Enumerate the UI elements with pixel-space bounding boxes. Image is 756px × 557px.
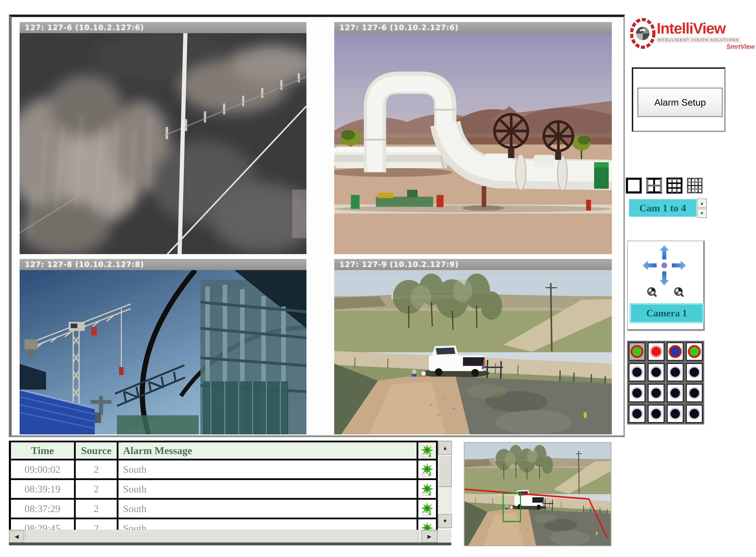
pan-right-icon	[672, 261, 686, 270]
scroll-up-icon[interactable]: ▲	[438, 441, 452, 455]
status-dot-icon	[631, 408, 643, 420]
scrollbar-corner	[438, 530, 451, 543]
table-vertical-scrollbar[interactable]: ▲ ▼	[438, 441, 451, 528]
status-cell[interactable]	[648, 342, 665, 361]
camera-group-selector[interactable]: Cam 1 to 4	[629, 199, 696, 216]
status-dot-icon	[650, 408, 662, 420]
status-cell[interactable]	[667, 384, 684, 403]
status-cell[interactable]	[686, 363, 703, 382]
status-cell[interactable]	[629, 405, 645, 423]
vertical-scroll-thumb[interactable]	[438, 456, 452, 487]
alarm-clip-icon[interactable]	[420, 463, 434, 476]
status-cell[interactable]	[686, 384, 703, 403]
status-dot-icon	[688, 408, 700, 420]
status-cell[interactable]	[667, 405, 684, 423]
scroll-left-icon[interactable]: ◀	[9, 530, 24, 543]
spinner-up-icon[interactable]: ▲	[697, 199, 707, 208]
status-dot-icon	[631, 366, 643, 378]
column-header-message[interactable]: Alarm Message	[118, 442, 418, 461]
ptz-panel: Camera 1	[627, 240, 705, 331]
brand-name: IntelliView	[657, 21, 755, 36]
table-bottom-border	[9, 543, 451, 545]
layout-selector	[626, 177, 723, 194]
scroll-down-icon[interactable]: ▼	[438, 514, 452, 528]
table-horizontal-scrollbar[interactable]: ◀ ▶	[9, 530, 438, 543]
camera-4-feed-image	[334, 270, 612, 434]
status-cell[interactable]	[686, 342, 703, 361]
camera-4-panel[interactable]: 127: 127-9 (10.10.2.127:9)	[334, 259, 612, 434]
camera-4-label: 127: 127-9 (10.10.2.127:9)	[334, 259, 612, 270]
status-cell[interactable]	[648, 384, 665, 403]
camera-2-panel[interactable]: 127: 127-6 (10.10.2.127:6)	[334, 22, 612, 254]
status-dot-icon	[650, 345, 663, 358]
status-cell[interactable]	[629, 342, 645, 361]
camera-3-panel[interactable]: 127: 127-8 (10.10.2.127:8)	[20, 259, 307, 434]
alarm-source: 2	[76, 461, 118, 480]
alarm-message: South	[118, 480, 418, 500]
table-row[interactable]: 08:29:45 2 South	[11, 519, 438, 530]
camera-3-label: 127: 127-8 (10.10.2.127:8)	[20, 259, 307, 270]
alarm-message: South	[118, 461, 418, 480]
pan-left-icon	[643, 261, 657, 270]
zoom-out-icon[interactable]	[645, 286, 658, 298]
column-header-time[interactable]: Time	[11, 442, 76, 461]
column-header-source[interactable]: Source	[76, 442, 118, 461]
alarm-time: 08:37:29	[11, 500, 76, 519]
alarm-clip-icon[interactable]	[420, 482, 434, 496]
alarm-time: 08:29:45	[11, 519, 76, 530]
alarm-clip-icon[interactable]	[420, 444, 434, 457]
alarm-source: 2	[76, 480, 118, 500]
horizontal-scroll-thumb[interactable]	[25, 530, 418, 543]
layout-3x3-icon[interactable]	[666, 177, 683, 194]
scroll-right-icon[interactable]: ▶	[421, 530, 437, 543]
status-dot-icon	[669, 366, 681, 378]
eye-logo-icon	[629, 18, 657, 50]
alarm-clip-icon[interactable]	[420, 502, 434, 516]
status-cell[interactable]	[629, 384, 645, 403]
spinner-down-icon[interactable]: ▼	[697, 209, 707, 218]
pan-up-icon	[660, 245, 669, 260]
status-cell[interactable]	[686, 405, 703, 423]
status-dot-icon	[688, 366, 700, 378]
app-window: 127: 127-6 (10.10.2.127:6)	[0, 0, 756, 557]
alarm-time: 09:00:02	[11, 461, 76, 480]
zoom-in-icon[interactable]	[672, 286, 685, 298]
table-row[interactable]: 08:39:19 2 South	[11, 480, 438, 500]
alarm-setup-groupbox: Alarm Setup	[632, 67, 726, 132]
alarm-event-table: Time Source Alarm Message 09:00:02 2 Sou…	[9, 441, 438, 530]
alarm-clip-icon[interactable]	[420, 522, 434, 530]
alarm-message: South	[118, 500, 418, 519]
status-cell[interactable]	[648, 405, 665, 423]
camera-1-panel[interactable]: 127: 127-6 (10.10.2.127:6)	[20, 22, 307, 254]
pan-down-icon	[660, 271, 669, 286]
camera-2-label: 127: 127-6 (10.10.2.127:6)	[334, 22, 612, 33]
ptz-center-icon	[662, 263, 667, 268]
status-dot-icon	[688, 345, 701, 358]
status-cell[interactable]	[648, 363, 665, 382]
alarm-table-header-row: Time Source Alarm Message	[11, 442, 438, 461]
camera-status-grid	[627, 341, 704, 424]
camera-3-feed-image	[20, 270, 307, 434]
layout-1x1-icon[interactable]	[626, 177, 642, 194]
alarm-message: South	[118, 519, 418, 530]
alarm-setup-button[interactable]: Alarm Setup	[637, 88, 723, 117]
ptz-camera-button[interactable]: Camera 1	[630, 303, 704, 323]
status-dot-icon	[669, 408, 681, 420]
brand-product: SmrtView	[657, 43, 755, 50]
detection-thumbnail-image	[465, 443, 611, 546]
status-cell[interactable]	[667, 363, 684, 382]
status-cell[interactable]	[667, 342, 684, 361]
status-dot-icon	[650, 387, 662, 399]
status-dot-icon	[669, 387, 681, 399]
layout-4x4-icon[interactable]	[686, 177, 703, 194]
ptz-pad[interactable]	[638, 244, 690, 287]
status-dot-icon	[650, 366, 662, 378]
layout-2x2-icon[interactable]	[646, 177, 663, 194]
status-dot-icon	[669, 345, 682, 358]
status-dot-icon	[631, 345, 643, 358]
alarm-detection-thumbnail[interactable]	[464, 442, 611, 546]
status-cell[interactable]	[629, 363, 645, 382]
status-dot-icon	[688, 387, 700, 399]
table-row[interactable]: 09:00:02 2 South	[11, 461, 438, 480]
table-row[interactable]: 08:37:29 2 South	[11, 500, 438, 519]
